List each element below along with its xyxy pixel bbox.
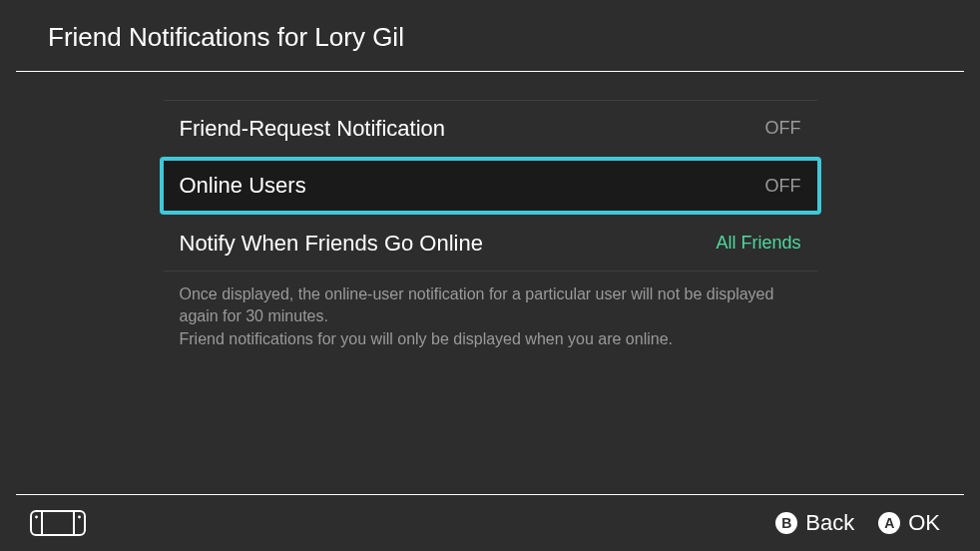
row-online-users-selected[interactable]: Online Users OFF	[160, 157, 821, 215]
hint-ok-label: OK	[908, 510, 940, 536]
row-label: Online Users	[180, 173, 306, 199]
hint-back-label: Back	[805, 510, 854, 536]
settings-list: Friend-Request Notification OFF Online U…	[164, 100, 817, 350]
svg-point-4	[78, 516, 81, 519]
hint-ok[interactable]: A OK	[878, 510, 940, 536]
row-friend-request-notification[interactable]: Friend-Request Notification OFF	[164, 101, 817, 156]
row-value: OFF	[765, 118, 801, 139]
help-line-1: Once displayed, the online-user notifica…	[180, 283, 801, 328]
footer-left	[30, 510, 86, 536]
console-icon	[30, 510, 86, 536]
svg-point-3	[35, 516, 38, 519]
footer: B Back A OK	[0, 495, 980, 551]
row-notify-friends-online[interactable]: Notify When Friends Go Online All Friend…	[164, 216, 817, 271]
header-divider	[16, 71, 964, 72]
help-text: Once displayed, the online-user notifica…	[164, 272, 817, 350]
row-value: OFF	[765, 176, 801, 197]
a-button-icon: A	[878, 512, 900, 534]
row-label: Notify When Friends Go Online	[180, 231, 483, 257]
row-value: All Friends	[716, 233, 800, 254]
hint-back[interactable]: B Back	[775, 510, 854, 536]
row-label: Friend-Request Notification	[180, 116, 446, 142]
help-line-2: Friend notifications for you will only b…	[180, 328, 801, 350]
header: Friend Notifications for Lory Gil	[0, 0, 980, 71]
svg-rect-0	[31, 511, 85, 535]
footer-right: B Back A OK	[775, 510, 940, 536]
page-title: Friend Notifications for Lory Gil	[48, 22, 932, 53]
b-button-icon: B	[775, 512, 797, 534]
